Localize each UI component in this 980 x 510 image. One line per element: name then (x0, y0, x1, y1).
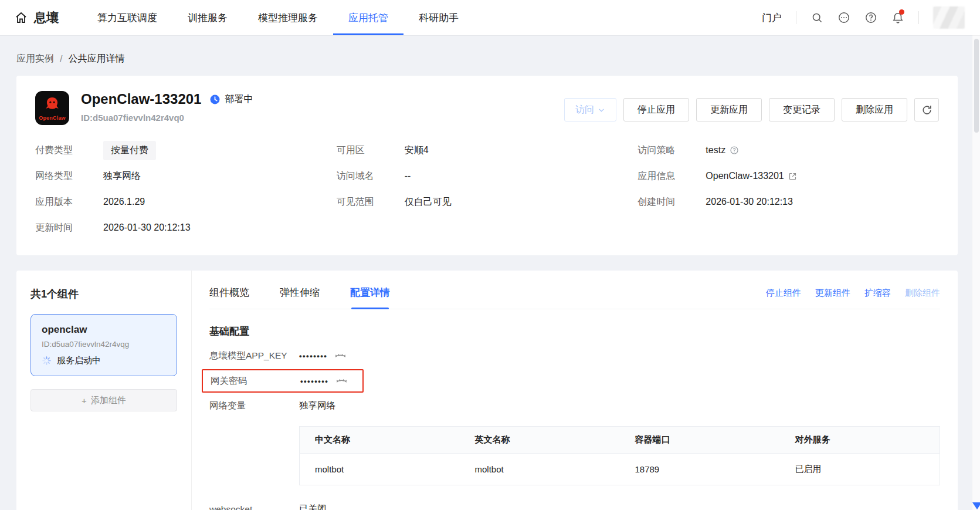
question-circle-icon[interactable] (730, 146, 739, 155)
more-icon[interactable] (837, 11, 850, 24)
app-id: ID:d5ua07fievvln42r4vq0 (81, 113, 253, 123)
detail-value: 2026-01-30 20:12:13 (706, 197, 793, 207)
detail-label: 可用区 (337, 144, 405, 157)
delete-app-button[interactable]: 删除应用 (842, 98, 907, 121)
chevron-down-icon (598, 106, 605, 114)
update-app-button[interactable]: 更新应用 (696, 98, 762, 121)
portal-link[interactable]: 门户 (762, 11, 782, 25)
stop-app-button[interactable]: 停止应用 (623, 98, 689, 121)
breadcrumb-separator: / (60, 54, 62, 65)
stop-component-link[interactable]: 停止组件 (766, 288, 801, 299)
eye-closed-icon[interactable] (335, 375, 348, 387)
bell-icon[interactable] (891, 11, 904, 24)
nav-item-model-inference[interactable]: 模型推理服务 (243, 0, 333, 35)
top-nav: 息壤 算力互联调度 训推服务 模型推理服务 应用托管 科研助手 门户 (0, 0, 980, 35)
detail-label: 更新时间 (35, 222, 103, 234)
tab-component-overview[interactable]: 组件概览 (209, 286, 249, 309)
detail-value: -- (405, 171, 411, 181)
tab-config-detail[interactable]: 配置详情 (350, 286, 390, 309)
eye-closed-icon[interactable] (334, 350, 347, 362)
delete-component-link[interactable]: 删除组件 (905, 288, 940, 299)
port-table: 中文名称 英文名称 容器端口 对外服务 moltbot moltbot 1878… (299, 426, 940, 485)
main-menu: 算力互联调度 训推服务 模型推理服务 应用托管 科研助手 (82, 0, 474, 35)
component-detail-card: 共1个组件 openclaw ID:d5ua07fievvln42r4vqg (16, 271, 958, 510)
detail-label: 网络类型 (35, 170, 103, 183)
detail-access-domain: 访问域名 -- (337, 170, 638, 183)
cell-chinese-name: moltbot (300, 454, 460, 485)
openclaw-mascot-icon (42, 94, 63, 114)
external-link-icon (788, 172, 797, 181)
config-label: 网络变量 (209, 400, 299, 412)
delete-app-label: 删除应用 (856, 104, 893, 116)
app-logo: OpenClaw (35, 91, 69, 125)
config-label: websocket (209, 504, 299, 510)
tab-elastic-scaling[interactable]: 弹性伸缩 (280, 286, 320, 309)
breadcrumb-app-instances[interactable]: 应用实例 (16, 53, 54, 65)
basic-config-title: 基础配置 (209, 325, 940, 338)
cell-english-name: moltbot (460, 454, 620, 485)
update-component-link[interactable]: 更新组件 (815, 288, 850, 299)
config-label: 息壤模型APP_KEY (209, 350, 299, 362)
component-list-panel: 共1个组件 openclaw ID:d5ua07fievvln42r4vqg (16, 271, 191, 510)
config-value: 已关闭 (299, 503, 327, 510)
app-logo-label: OpenClaw (39, 115, 66, 121)
component-status: 服务启动中 (42, 355, 166, 366)
component-detail-panel: 组件概览 弹性伸缩 配置详情 停止组件 更新组件 扩缩容 删除组件 基础配置 息… (191, 271, 958, 510)
col-external-service: 对外服务 (780, 427, 940, 454)
component-card-openclaw[interactable]: openclaw ID:d5ua07fievvln42r4vqg 服务 (30, 314, 177, 376)
scrollbar-thumb[interactable] (974, 39, 979, 133)
detail-network-type: 网络类型 独享网络 (35, 170, 337, 183)
detail-label: 创建时间 (637, 196, 706, 208)
scroll-down-arrow-icon[interactable] (972, 502, 980, 509)
divider (918, 11, 919, 24)
port-table-wrap: 中文名称 英文名称 容器端口 对外服务 moltbot moltbot 1878… (299, 426, 940, 485)
detail-app-version: 应用版本 2026.1.29 (35, 195, 337, 208)
detail-availability-zone: 可用区 安顺4 (337, 144, 638, 157)
col-chinese-name: 中文名称 (300, 427, 460, 454)
stop-app-label: 停止应用 (637, 104, 675, 116)
scale-component-link[interactable]: 扩缩容 (864, 288, 891, 299)
cell-container-port: 18789 (620, 454, 780, 485)
breadcrumb-current: 公共应用详情 (68, 53, 124, 65)
app-actions: 访问 停止应用 更新应用 变更记录 删除应用 (564, 98, 939, 121)
divider (796, 11, 796, 24)
detail-app-info: 应用信息 OpenClaw-133201 (637, 170, 939, 183)
config-label: 网关密码 (211, 375, 300, 387)
col-english-name: 英文名称 (460, 427, 620, 454)
app-details: 付费类型 按量付费 网络类型 独享网络 应用版本 2026.1.29 更新时间 … (35, 144, 939, 234)
nav-item-app-hosting[interactable]: 应用托管 (333, 0, 403, 35)
nav-item-training-service[interactable]: 训推服务 (172, 0, 243, 35)
detail-billing-type: 付费类型 按量付费 (35, 144, 337, 157)
help-icon[interactable] (864, 11, 877, 24)
change-log-button[interactable]: 变更记录 (769, 98, 835, 121)
detail-label: 访问域名 (337, 170, 405, 183)
user-avatar-redacted[interactable] (933, 6, 965, 29)
change-log-label: 变更记录 (783, 104, 820, 116)
app-info-link[interactable]: OpenClaw-133201 (706, 171, 796, 181)
nav-item-research-assistant[interactable]: 科研助手 (403, 0, 474, 35)
masked-app-key: •••••••• (299, 352, 327, 360)
notification-dot (899, 9, 904, 15)
refresh-icon (921, 104, 932, 116)
brand-name: 息壤 (34, 9, 59, 26)
search-icon[interactable] (811, 11, 823, 24)
detail-label: 应用信息 (637, 170, 706, 183)
breadcrumb: 应用实例 / 公共应用详情 (0, 35, 980, 76)
detail-value: 安顺4 (405, 144, 429, 157)
visit-button[interactable]: 访问 (564, 98, 616, 121)
col-container-port: 容器端口 (620, 427, 780, 454)
detail-value: testz (706, 145, 725, 156)
refresh-button[interactable] (914, 98, 939, 121)
detail-value: 仅自己可见 (405, 196, 452, 208)
brand-logo[interactable]: 息壤 (14, 0, 59, 35)
add-component-label: 添加组件 (91, 395, 126, 406)
config-value: 独享网络 (299, 400, 335, 412)
detail-update-time: 更新时间 2026-01-30 20:12:13 (35, 221, 337, 234)
plus-icon: + (82, 396, 87, 406)
detail-create-time: 创建时间 2026-01-30 20:12:13 (637, 195, 939, 208)
detail-value: 2026-01-30 20:12:13 (103, 222, 191, 233)
cell-external-service: 已启用 (780, 454, 940, 485)
nav-item-compute-scheduling[interactable]: 算力互联调度 (82, 0, 172, 35)
home-icon (14, 11, 28, 25)
add-component-button[interactable]: + 添加组件 (30, 389, 177, 411)
